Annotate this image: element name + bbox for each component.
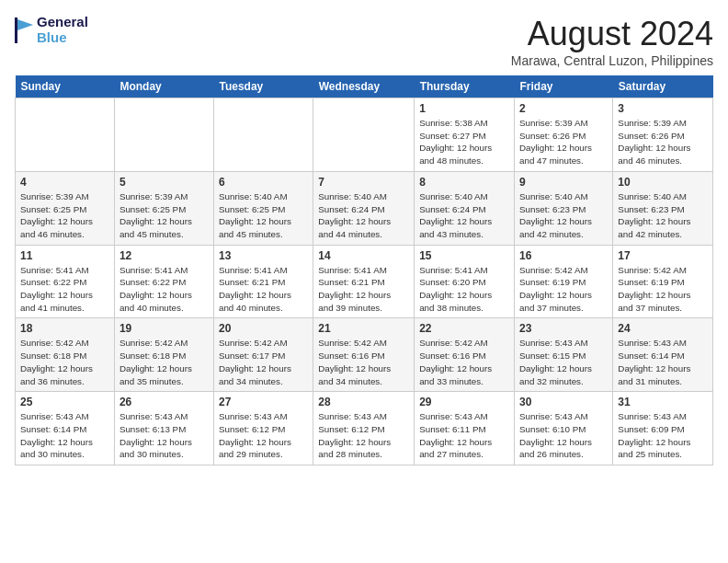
day-info: Sunrise: 5:40 AM Sunset: 6:24 PM Dayligh…	[419, 190, 509, 241]
logo: General Blue	[15, 15, 88, 45]
calendar-cell: 9Sunrise: 5:40 AM Sunset: 6:23 PM Daylig…	[515, 171, 613, 245]
day-info: Sunrise: 5:42 AM Sunset: 6:19 PM Dayligh…	[618, 264, 708, 315]
header-sunday: Sunday	[16, 75, 115, 98]
day-info: Sunrise: 5:40 AM Sunset: 6:24 PM Dayligh…	[318, 190, 409, 241]
day-number: 26	[119, 396, 209, 408]
day-number: 16	[519, 249, 608, 262]
day-info: Sunrise: 5:43 AM Sunset: 6:09 PM Dayligh…	[618, 410, 708, 461]
calendar-cell: 4Sunrise: 5:39 AM Sunset: 6:25 PM Daylig…	[16, 171, 115, 245]
week-row-1: 1Sunrise: 5:38 AM Sunset: 6:27 PM Daylig…	[16, 98, 713, 172]
header-thursday: Thursday	[415, 75, 515, 98]
day-info: Sunrise: 5:39 AM Sunset: 6:25 PM Dayligh…	[20, 190, 109, 241]
day-number: 25	[20, 396, 109, 408]
day-info: Sunrise: 5:41 AM Sunset: 6:21 PM Dayligh…	[318, 264, 409, 315]
weekday-header-row: SundayMondayTuesdayWednesdayThursdayFrid…	[16, 75, 713, 98]
day-info: Sunrise: 5:42 AM Sunset: 6:17 PM Dayligh…	[219, 337, 308, 387]
day-number: 12	[119, 249, 209, 262]
day-number: 4	[20, 176, 109, 189]
day-info: Sunrise: 5:43 AM Sunset: 6:11 PM Dayligh…	[419, 410, 509, 461]
day-number: 19	[119, 322, 209, 335]
calendar-table: SundayMondayTuesdayWednesdayThursdayFrid…	[15, 75, 713, 465]
week-row-2: 4Sunrise: 5:39 AM Sunset: 6:25 PM Daylig…	[16, 171, 713, 245]
day-info: Sunrise: 5:42 AM Sunset: 6:19 PM Dayligh…	[519, 264, 608, 315]
header-monday: Monday	[114, 75, 213, 98]
title-block: August 2024 Marawa, Central Luzon, Phili…	[511, 15, 713, 68]
day-info: Sunrise: 5:43 AM Sunset: 6:12 PM Dayligh…	[219, 410, 308, 461]
calendar-cell: 30Sunrise: 5:43 AM Sunset: 6:10 PM Dayli…	[515, 392, 613, 465]
day-number: 5	[119, 176, 209, 189]
day-number: 14	[318, 249, 409, 262]
day-number: 30	[519, 396, 608, 408]
day-number: 24	[618, 322, 708, 335]
day-info: Sunrise: 5:41 AM Sunset: 6:22 PM Dayligh…	[20, 264, 109, 315]
calendar-cell: 25Sunrise: 5:43 AM Sunset: 6:14 PM Dayli…	[16, 392, 115, 465]
logo-flag-icon	[15, 17, 33, 43]
calendar-cell	[213, 98, 313, 172]
calendar-cell: 22Sunrise: 5:42 AM Sunset: 6:16 PM Dayli…	[415, 318, 515, 392]
calendar-cell: 7Sunrise: 5:40 AM Sunset: 6:24 PM Daylig…	[313, 171, 415, 245]
day-number: 29	[419, 396, 509, 408]
month-year-title: August 2024	[511, 15, 713, 53]
day-number: 8	[419, 176, 509, 189]
calendar-cell: 13Sunrise: 5:41 AM Sunset: 6:21 PM Dayli…	[213, 245, 313, 318]
header-friday: Friday	[515, 75, 613, 98]
day-number: 28	[318, 396, 409, 408]
day-info: Sunrise: 5:43 AM Sunset: 6:12 PM Dayligh…	[318, 410, 409, 461]
day-number: 1	[419, 102, 509, 115]
calendar-cell: 20Sunrise: 5:42 AM Sunset: 6:17 PM Dayli…	[213, 318, 313, 392]
day-info: Sunrise: 5:39 AM Sunset: 6:26 PM Dayligh…	[618, 117, 708, 167]
calendar-cell: 2Sunrise: 5:39 AM Sunset: 6:26 PM Daylig…	[515, 98, 613, 172]
calendar-cell: 8Sunrise: 5:40 AM Sunset: 6:24 PM Daylig…	[415, 171, 515, 245]
day-info: Sunrise: 5:42 AM Sunset: 6:18 PM Dayligh…	[119, 337, 209, 387]
calendar-cell: 12Sunrise: 5:41 AM Sunset: 6:22 PM Dayli…	[114, 245, 213, 318]
day-info: Sunrise: 5:43 AM Sunset: 6:13 PM Dayligh…	[119, 410, 209, 461]
day-number: 20	[219, 322, 308, 335]
day-number: 10	[618, 176, 708, 189]
day-info: Sunrise: 5:41 AM Sunset: 6:21 PM Dayligh…	[219, 264, 308, 315]
calendar-cell: 1Sunrise: 5:38 AM Sunset: 6:27 PM Daylig…	[415, 98, 515, 172]
day-info: Sunrise: 5:43 AM Sunset: 6:10 PM Dayligh…	[519, 410, 608, 461]
svg-rect-0	[15, 17, 17, 43]
day-info: Sunrise: 5:43 AM Sunset: 6:14 PM Dayligh…	[618, 337, 708, 387]
calendar-cell: 17Sunrise: 5:42 AM Sunset: 6:19 PM Dayli…	[613, 245, 713, 318]
svg-marker-1	[17, 19, 33, 30]
calendar-cell: 6Sunrise: 5:40 AM Sunset: 6:25 PM Daylig…	[213, 171, 313, 245]
logo-general: General	[37, 15, 88, 30]
day-number: 17	[618, 249, 708, 262]
logo-blue: Blue	[37, 30, 88, 46]
day-number: 2	[519, 102, 608, 115]
day-info: Sunrise: 5:43 AM Sunset: 6:15 PM Dayligh…	[519, 337, 608, 387]
calendar-cell: 10Sunrise: 5:40 AM Sunset: 6:23 PM Dayli…	[613, 171, 713, 245]
calendar-cell: 5Sunrise: 5:39 AM Sunset: 6:25 PM Daylig…	[114, 171, 213, 245]
day-info: Sunrise: 5:41 AM Sunset: 6:20 PM Dayligh…	[419, 264, 509, 315]
calendar-cell: 19Sunrise: 5:42 AM Sunset: 6:18 PM Dayli…	[114, 318, 213, 392]
day-info: Sunrise: 5:39 AM Sunset: 6:26 PM Dayligh…	[519, 117, 608, 167]
location-subtitle: Marawa, Central Luzon, Philippines	[511, 53, 713, 68]
day-info: Sunrise: 5:42 AM Sunset: 6:16 PM Dayligh…	[318, 337, 409, 387]
calendar-cell: 16Sunrise: 5:42 AM Sunset: 6:19 PM Dayli…	[515, 245, 613, 318]
day-number: 21	[318, 322, 409, 335]
day-number: 15	[419, 249, 509, 262]
day-number: 7	[318, 176, 409, 189]
header-tuesday: Tuesday	[213, 75, 313, 98]
week-row-4: 18Sunrise: 5:42 AM Sunset: 6:18 PM Dayli…	[16, 318, 713, 392]
day-number: 18	[20, 322, 109, 335]
day-number: 27	[219, 396, 308, 408]
calendar-cell: 28Sunrise: 5:43 AM Sunset: 6:12 PM Dayli…	[313, 392, 415, 465]
calendar-cell: 23Sunrise: 5:43 AM Sunset: 6:15 PM Dayli…	[515, 318, 613, 392]
calendar-cell: 26Sunrise: 5:43 AM Sunset: 6:13 PM Dayli…	[114, 392, 213, 465]
header-wednesday: Wednesday	[313, 75, 415, 98]
calendar-cell: 31Sunrise: 5:43 AM Sunset: 6:09 PM Dayli…	[613, 392, 713, 465]
day-info: Sunrise: 5:39 AM Sunset: 6:25 PM Dayligh…	[119, 190, 209, 241]
day-info: Sunrise: 5:38 AM Sunset: 6:27 PM Dayligh…	[419, 117, 509, 167]
page-header: General Blue August 2024 Marawa, Central…	[15, 15, 713, 68]
day-info: Sunrise: 5:43 AM Sunset: 6:14 PM Dayligh…	[20, 410, 109, 461]
day-number: 3	[618, 102, 708, 115]
day-number: 31	[618, 396, 708, 408]
week-row-5: 25Sunrise: 5:43 AM Sunset: 6:14 PM Dayli…	[16, 392, 713, 465]
day-info: Sunrise: 5:41 AM Sunset: 6:22 PM Dayligh…	[119, 264, 209, 315]
calendar-cell: 24Sunrise: 5:43 AM Sunset: 6:14 PM Dayli…	[613, 318, 713, 392]
day-info: Sunrise: 5:42 AM Sunset: 6:16 PM Dayligh…	[419, 337, 509, 387]
calendar-cell: 21Sunrise: 5:42 AM Sunset: 6:16 PM Dayli…	[313, 318, 415, 392]
calendar-cell	[114, 98, 213, 172]
